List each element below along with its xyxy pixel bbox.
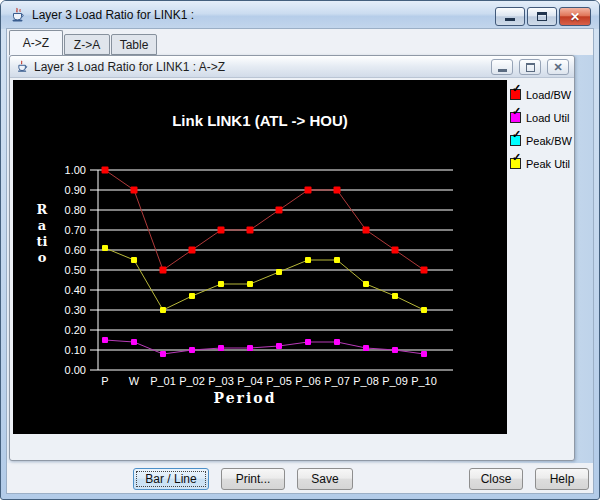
legend-item-load-util[interactable]: ✓Load Util [510,111,576,124]
data-point-load-bw [334,187,341,194]
data-point-load-bw [305,187,312,194]
legend-item-peak-util[interactable]: ✓Peak Util [510,157,576,170]
data-point-peak-util [131,257,137,263]
close-button[interactable]: ✕ [559,7,591,26]
x-tick-label: P_09 [382,375,408,387]
chart-title: Link LINK1 (ATL -> HOU) [13,112,507,129]
data-point-load-util [189,347,195,353]
close-icon: ✕ [570,11,580,23]
x-tick-label: P_04 [237,375,263,387]
minimize-button[interactable] [495,7,525,26]
x-tick-label: P_06 [295,375,321,387]
frame-close-button[interactable]: ✕ [547,59,569,75]
save-button[interactable]: Save [297,468,353,490]
data-point-load-bw [421,267,428,274]
data-point-peak-util [421,307,427,313]
print-button[interactable]: Print... [221,468,285,490]
tab-label: Table [120,38,149,52]
x-tick-label: P_10 [411,375,437,387]
button-bar: Bar / Line Print... Save Close Help [7,463,593,495]
tab-a-z[interactable]: A->Z [9,30,63,55]
data-point-load-bw [363,227,370,234]
internal-frame-title: Layer 3 Load Ratio for LINK1 : A->Z [34,60,225,74]
legend-label: Load Util [526,112,569,124]
desktop-pane: Layer 3 Load Ratio for LINK1 : A->Z ✕ 0.… [7,55,593,463]
close-dialog-button[interactable]: Close [469,468,523,490]
window-titlebar[interactable]: Layer 3 Load Ratio for LINK1 : ✕ [1,1,599,29]
data-point-load-bw [102,167,109,174]
data-point-load-util [334,339,340,345]
x-tick-label: P [101,375,108,387]
bar-line-button[interactable]: Bar / Line [133,468,209,490]
window-content: A->ZZ->ATable Layer 3 Load Ratio for LIN… [7,29,593,493]
data-point-load-util [131,339,137,345]
data-point-peak-util [334,257,340,263]
java-icon [16,60,29,73]
y-tick-label: 0.40 [65,284,86,296]
y-tick-label: 0.80 [65,204,86,216]
x-tick-label: P_03 [208,375,234,387]
data-point-peak-util [218,281,224,287]
help-button[interactable]: Help [535,468,589,490]
maximize-icon [537,12,547,21]
data-point-load-util [392,347,398,353]
chart-legend: ✓Load/BW✓Load Util✓Peak/BW✓Peak Util [510,88,576,170]
data-point-peak-util [392,293,398,299]
close-icon: ✕ [553,62,562,73]
legend-swatch: ✓ [510,112,521,123]
data-point-peak-util [189,293,195,299]
x-tick-label: P_05 [266,375,292,387]
y-axis-label: Ratio [35,202,49,266]
data-point-load-util [218,345,224,351]
tab-label: Z->A [74,38,100,52]
y-tick-label: 0.70 [65,224,86,236]
data-point-peak-util [102,245,108,251]
y-tick-label: 0.30 [65,304,86,316]
legend-swatch: ✓ [510,135,521,146]
data-point-load-bw [276,207,283,214]
data-point-load-bw [218,227,225,234]
series-line-peak-util [105,248,424,310]
frame-maximize-button[interactable] [519,59,541,75]
check-icon: ✓ [512,151,521,164]
data-point-load-util [160,351,166,357]
data-point-load-util [102,337,108,343]
data-point-load-util [247,345,253,351]
y-tick-label: 0.50 [65,264,86,276]
chart-plot: 0.000.100.200.300.400.500.600.700.800.90… [13,80,507,434]
y-tick-label: 0.00 [65,364,86,376]
series-line-load-bw [105,170,424,270]
check-icon: ✓ [512,82,521,95]
internal-frame: Layer 3 Load Ratio for LINK1 : A->Z ✕ 0.… [9,55,575,461]
data-point-peak-util [305,257,311,263]
tab-label: A->Z [23,36,49,50]
tab-table[interactable]: Table [111,34,157,55]
internal-frame-body: 0.000.100.200.300.400.500.600.700.800.90… [11,79,573,459]
legend-swatch: ✓ [510,158,521,169]
y-tick-label: 1.00 [65,164,86,176]
data-point-load-bw [160,267,167,274]
data-point-peak-util [363,281,369,287]
check-icon: ✓ [512,105,521,118]
frame-minimize-button[interactable] [491,59,513,75]
x-tick-label: P_07 [324,375,350,387]
data-point-load-bw [189,247,196,254]
internal-frame-titlebar[interactable]: Layer 3 Load Ratio for LINK1 : A->Z ✕ [10,56,574,78]
minimize-icon [505,18,515,21]
data-point-load-bw [131,187,138,194]
data-point-load-util [276,343,282,349]
data-point-peak-util [276,269,282,275]
chart-panel: 0.000.100.200.300.400.500.600.700.800.90… [13,80,507,434]
tab-z-a[interactable]: Z->A [64,34,110,55]
data-point-load-util [305,339,311,345]
y-tick-label: 0.60 [65,244,86,256]
x-axis-label: Period [13,390,477,406]
maximize-button[interactable] [527,7,557,26]
legend-item-peak-bw[interactable]: ✓Peak/BW [510,134,576,147]
window-title: Layer 3 Load Ratio for LINK1 : [32,8,194,22]
y-tick-label: 0.90 [65,184,86,196]
data-point-peak-util [247,281,253,287]
tab-bar: A->ZZ->ATable [7,29,593,55]
legend-item-load-bw[interactable]: ✓Load/BW [510,88,576,101]
data-point-load-bw [247,227,254,234]
